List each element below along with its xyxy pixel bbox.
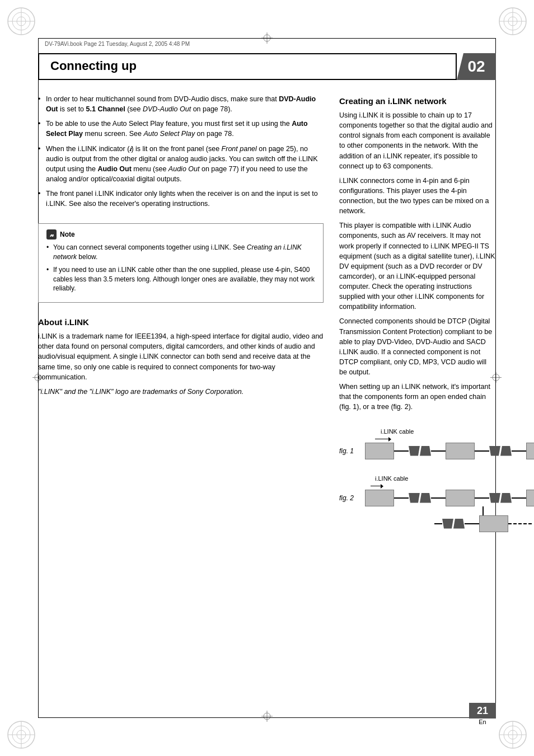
fig2-drop bbox=[434, 506, 532, 532]
fig1-line3 bbox=[475, 450, 489, 452]
fig2-label: fig. 2 bbox=[339, 494, 360, 502]
fig2-plug6 bbox=[453, 519, 465, 529]
fig2-arrow-line bbox=[371, 486, 381, 486]
fig1-line2 bbox=[431, 450, 446, 452]
fig2-plug3 bbox=[489, 493, 500, 503]
fig2-line3 bbox=[475, 497, 489, 499]
note-list: You can connect several components toget… bbox=[46, 243, 315, 293]
list-item: In order to hear multichannel sound from… bbox=[38, 94, 324, 114]
fig1-arrowhead bbox=[388, 437, 391, 442]
fig1-arrow-line bbox=[375, 439, 388, 439]
fig2-box4 bbox=[479, 515, 508, 532]
page-number-area: 21 En bbox=[469, 703, 496, 725]
chapter-title: Connecting up bbox=[38, 53, 457, 80]
fig1-label: fig. 1 bbox=[339, 447, 360, 455]
fig2-bottom-row bbox=[434, 515, 532, 532]
creating-network-para4: Connected components should be DTCP (Dig… bbox=[339, 316, 496, 377]
page-lang: En bbox=[469, 719, 496, 725]
fig2-plug1 bbox=[409, 493, 420, 503]
fig1-box3 bbox=[526, 443, 534, 459]
about-ilink-para2: "i.LINK" and the "i.LINK" logo are trade… bbox=[38, 387, 324, 397]
fig2-cable-label-row: i.LINK cable bbox=[365, 475, 496, 482]
fig1-cable-label-row: i.LINK cable bbox=[365, 428, 496, 435]
list-item: The front panel i.LINK indicator only li… bbox=[38, 189, 324, 209]
creating-network-para2: i.LINK connectors come in 4-pin and 6-pi… bbox=[339, 176, 496, 217]
fig1-plug4 bbox=[500, 446, 512, 456]
fig2-diagram bbox=[365, 490, 534, 532]
chapter-number: 02 bbox=[457, 53, 496, 80]
right-column: Creating an i.LINK network Using i.LINK … bbox=[339, 94, 496, 718]
list-item: When the i.LINK indicator (𝑖) is lit on … bbox=[38, 144, 324, 185]
fig2-cable-label: i.LINK cable bbox=[375, 475, 408, 482]
left-column: In order to hear multichannel sound from… bbox=[38, 94, 324, 718]
fig1-row: fig. 1 bbox=[339, 443, 496, 459]
about-ilink-para1: i.LINK is a trademark name for IEEE1394,… bbox=[38, 331, 324, 382]
main-content: In order to hear multichannel sound from… bbox=[38, 94, 496, 718]
fig2-row: fig. 2 bbox=[339, 490, 496, 532]
fig1-arrow-row bbox=[365, 437, 496, 442]
fig1-line1 bbox=[394, 450, 409, 452]
fig1-plug3 bbox=[489, 446, 500, 456]
chapter-header: Connecting up 02 bbox=[38, 53, 496, 80]
figure2: i.LINK cable fig. 2 bbox=[339, 475, 496, 532]
fig2-box1 bbox=[365, 490, 394, 506]
about-ilink-heading: About i.LINK bbox=[38, 317, 324, 327]
corner-decoration-bl bbox=[4, 718, 38, 752]
corner-decoration-tl bbox=[4, 4, 38, 38]
list-item: You can connect several components toget… bbox=[46, 243, 315, 262]
creating-network-section: Creating an i.LINK network Using i.LINK … bbox=[339, 94, 496, 417]
creating-network-para5: When setting up an i.LINK network, it's … bbox=[339, 382, 496, 412]
creating-network-heading: Creating an i.LINK network bbox=[339, 96, 496, 106]
fig2-plug2 bbox=[420, 493, 431, 503]
fig2-line2 bbox=[431, 497, 446, 499]
fig2-line1 bbox=[394, 497, 409, 499]
corner-decoration-br bbox=[496, 718, 530, 752]
list-item: If you need to use an i.LINK cable other… bbox=[46, 265, 315, 293]
fig2-horiz-left bbox=[434, 523, 442, 524]
note-title: Note bbox=[60, 231, 75, 238]
fig2-box2 bbox=[446, 490, 475, 506]
creating-network-para1: Using i.LINK it is possible to chain up … bbox=[339, 110, 496, 171]
file-info: DV-79AVi.book Page 21 Tuesday, August 2,… bbox=[45, 41, 190, 47]
fig2-box3 bbox=[526, 490, 534, 506]
fig1-connector1 bbox=[394, 450, 409, 452]
fig2-top-row bbox=[365, 490, 534, 506]
top-border-line bbox=[38, 38, 496, 39]
note-icon: 𝓃 bbox=[46, 229, 57, 240]
about-ilink-section: About i.LINK i.LINK is a trademark name … bbox=[38, 315, 324, 401]
reg-cross-top bbox=[261, 32, 273, 45]
fig2-vertical-line bbox=[483, 506, 484, 515]
fig2-drop-container bbox=[434, 506, 534, 532]
fig1-box2 bbox=[446, 443, 475, 459]
fig2-plug4 bbox=[500, 493, 512, 503]
fig1-diagram bbox=[365, 443, 534, 459]
note-box: 𝓃 Note You can connect several component… bbox=[38, 223, 324, 303]
fig1-plug1 bbox=[409, 446, 420, 456]
fig2-dashed-line bbox=[508, 523, 532, 524]
corner-decoration-tr bbox=[496, 4, 530, 38]
figure1: i.LINK cable fig. 1 bbox=[339, 428, 496, 459]
fig1-plug2 bbox=[420, 446, 431, 456]
fig2-line4 bbox=[512, 497, 526, 499]
note-header: 𝓃 Note bbox=[46, 229, 315, 240]
main-bullet-list: In order to hear multichannel sound from… bbox=[38, 94, 324, 213]
creating-network-para3: This player is compatible with i.LINK Au… bbox=[339, 220, 496, 312]
fig2-plug5 bbox=[442, 519, 453, 529]
fig1-cable-label: i.LINK cable bbox=[381, 428, 414, 435]
fig1-line4 bbox=[512, 450, 526, 452]
fig2-arrow-row bbox=[365, 484, 496, 489]
fig2-arrowhead bbox=[381, 484, 383, 489]
page-number-box: 21 bbox=[469, 703, 496, 719]
fig1-box1 bbox=[365, 443, 394, 459]
list-item: To be able to use the Auto Select Play f… bbox=[38, 119, 324, 139]
figures-area: i.LINK cable fig. 1 bbox=[339, 428, 496, 532]
fig2-line5 bbox=[465, 523, 479, 524]
